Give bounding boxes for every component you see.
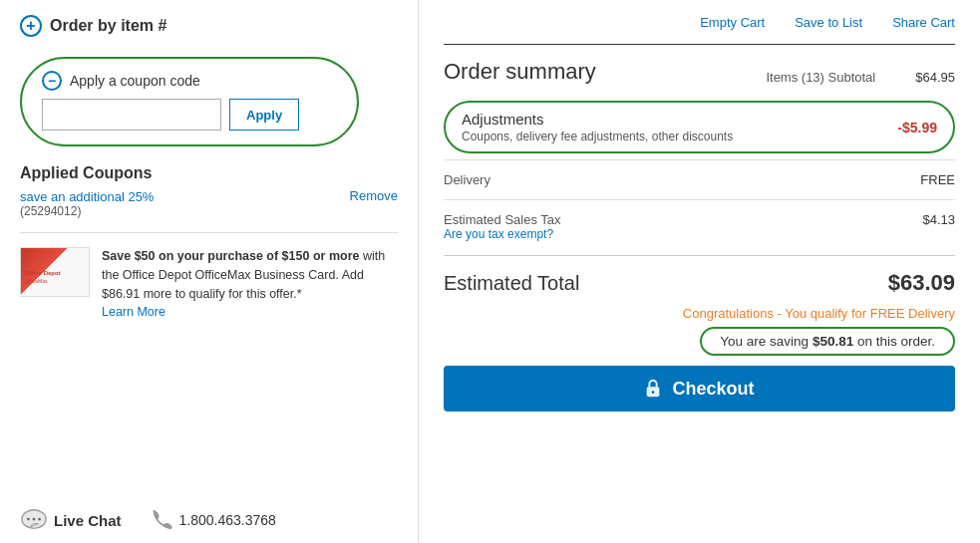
saving-text-2: on this order.	[853, 334, 935, 349]
phone-section: 1.800.463.3768	[152, 509, 276, 531]
share-cart-link[interactable]: Share Cart	[892, 15, 955, 30]
delivery-value: FREE	[920, 172, 955, 187]
applied-coupons-section: Applied Coupons save an additional 25% (…	[20, 164, 398, 218]
tax-label-group: Estimated Sales Tax Are you tax exempt?	[444, 212, 561, 241]
save-to-list-link[interactable]: Save to List	[795, 15, 862, 30]
saving-section: You are saving $50.81 on this order.	[444, 327, 955, 356]
delivery-row: Delivery FREE	[444, 166, 955, 193]
left-footer: Live Chat 1.800.463.3768	[20, 507, 276, 533]
svg-point-3	[38, 518, 41, 521]
coupon-header: − Apply a coupon code	[42, 71, 337, 91]
total-divider	[444, 255, 955, 256]
adjustments-section: Adjustments Coupons, delivery fee adjust…	[444, 101, 955, 153]
order-by-item-row[interactable]: + Order by item #	[20, 15, 398, 37]
phone-number: 1.800.463.3768	[179, 512, 276, 528]
saving-text-1: You are saving	[720, 334, 813, 349]
svg-point-2	[33, 518, 36, 521]
promo-text: Save $50 on your purchase of $150 or mor…	[102, 247, 398, 322]
chat-icon	[20, 507, 48, 533]
live-chat-label: Live Chat	[54, 512, 122, 529]
tax-row: Estimated Sales Tax Are you tax exempt? …	[444, 206, 955, 247]
applied-coupons-title: Applied Coupons	[20, 164, 398, 182]
coupon-code: (25294012)	[20, 204, 154, 218]
top-divider	[444, 44, 955, 45]
items-subtotal-row: Order summary Items (13) Subtotal $64.95	[444, 59, 955, 95]
learn-more-link[interactable]: Learn More	[102, 305, 165, 319]
order-summary-title: Order summary	[444, 59, 596, 85]
coupon-discount-link[interactable]: save an additional 25%	[20, 189, 154, 204]
saving-oval: You are saving $50.81 on this order.	[700, 327, 955, 356]
delivery-label: Delivery	[444, 172, 490, 187]
order-by-item-label: Order by item #	[50, 17, 166, 35]
tax-label: Estimated Sales Tax	[444, 212, 561, 227]
estimated-total-row: Estimated Total $63.09	[444, 264, 955, 302]
tax-divider	[444, 199, 955, 200]
promo-divider	[20, 232, 398, 233]
promo-text-main: Save $50 on your purchase of $150 or mor…	[102, 249, 385, 301]
tax-value: $4.13	[922, 212, 955, 227]
items-subtotal-label: Items (13) Subtotal	[766, 70, 875, 85]
items-subtotal-value: $64.95	[915, 70, 955, 85]
adjustments-title: Adjustments	[462, 111, 733, 128]
checkout-button[interactable]: Checkout	[444, 366, 955, 411]
phone-icon	[152, 509, 173, 531]
estimated-total-value: $63.09	[888, 270, 955, 296]
promo-card: Save $50 on your purchase of $150 or mor…	[20, 247, 398, 322]
svg-point-6	[652, 391, 655, 394]
minus-circle-icon[interactable]: −	[42, 71, 62, 91]
coupon-label: Apply a coupon code	[70, 73, 200, 89]
coupon-item-row: save an additional 25% (25294012) Remove	[20, 188, 398, 218]
tax-exempt-link[interactable]: Are you tax exempt?	[444, 227, 561, 241]
free-delivery-message: Congratulations - You qualify for FREE D…	[444, 306, 955, 321]
subtotal-group: Items (13) Subtotal $64.95	[766, 70, 955, 85]
estimated-total-label: Estimated Total	[444, 272, 579, 295]
remove-coupon-link[interactable]: Remove	[350, 188, 398, 203]
delivery-divider	[444, 159, 955, 160]
adjustments-value: -$5.99	[897, 120, 937, 136]
coupon-section: − Apply a coupon code Apply	[20, 57, 359, 146]
saving-amount: $50.81	[813, 334, 853, 349]
plus-circle-icon: +	[20, 15, 42, 37]
adjustments-desc: Coupons, delivery fee adjustments, other…	[462, 130, 733, 143]
svg-point-1	[27, 518, 30, 521]
checkout-label: Checkout	[672, 379, 754, 400]
top-links: Empty Cart Save to List Share Cart	[444, 15, 955, 30]
coupon-item-detail: save an additional 25% (25294012)	[20, 188, 154, 218]
coupon-input-row: Apply	[42, 99, 337, 131]
coupon-input[interactable]	[42, 99, 221, 131]
empty-cart-link[interactable]: Empty Cart	[700, 15, 765, 30]
apply-coupon-button[interactable]: Apply	[229, 99, 299, 131]
live-chat[interactable]: Live Chat	[20, 507, 122, 533]
adjustments-row: Adjustments Coupons, delivery fee adjust…	[462, 111, 937, 143]
adjustments-label-group: Adjustments Coupons, delivery fee adjust…	[462, 111, 733, 143]
promo-card-image	[20, 247, 90, 297]
lock-icon	[644, 379, 662, 399]
